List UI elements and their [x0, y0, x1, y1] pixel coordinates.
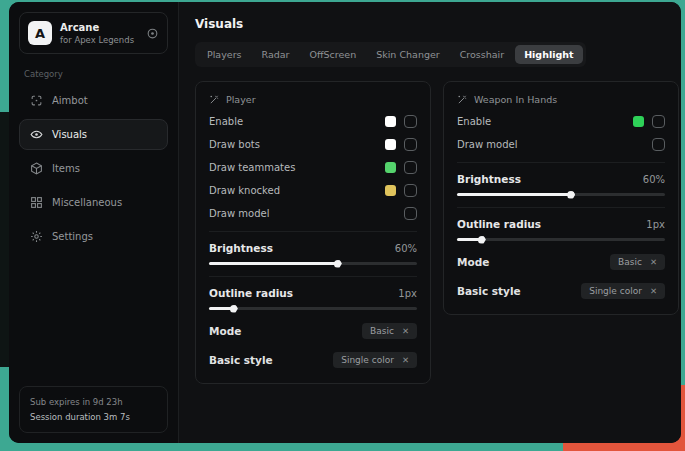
chip-value: Single color: [589, 286, 642, 296]
chip-value: Basic: [618, 257, 642, 267]
toggle-row: Draw model: [209, 207, 417, 220]
checkbox[interactable]: [652, 115, 665, 128]
divider: [209, 276, 417, 277]
category-label: Category: [24, 69, 168, 79]
color-swatch[interactable]: [633, 116, 644, 127]
close-icon[interactable]: ✕: [402, 355, 409, 365]
slider-label: Outline radius: [209, 287, 293, 299]
sidebar: A Arcane for Apex Legends Category Aimbo…: [9, 2, 179, 443]
slider-fill: [209, 262, 338, 265]
toggle-label: Draw model: [209, 208, 269, 219]
checkbox[interactable]: [652, 138, 665, 151]
app-header-card: A Arcane for Apex Legends: [19, 12, 168, 54]
sidebar-item-label: Aimbot: [52, 95, 88, 106]
wand-icon: [209, 94, 220, 105]
gear-icon: [30, 230, 43, 243]
slider-row: Brightness60%: [209, 242, 417, 265]
checkbox[interactable]: [404, 138, 417, 151]
toggle-controls: [652, 138, 665, 151]
panel-weapon-in-hands: Weapon In HandsEnableDraw modelBrightnes…: [443, 81, 679, 315]
checkbox[interactable]: [404, 184, 417, 197]
sidebar-item-aimbot[interactable]: Aimbot: [19, 85, 168, 116]
sidebar-item-visuals[interactable]: Visuals: [19, 119, 168, 150]
toggle-row: Draw model: [457, 138, 665, 151]
slider-fill: [457, 193, 571, 196]
sub-expiry-text: Sub expires in 9d 23h: [30, 395, 157, 409]
tab-highlight[interactable]: Highlight: [515, 45, 582, 64]
page-title: Visuals: [195, 17, 679, 31]
tab-crosshair[interactable]: Crosshair: [451, 45, 513, 64]
divider: [457, 162, 665, 163]
panel-header: Weapon In Hands: [457, 94, 665, 105]
slider-track[interactable]: [457, 193, 665, 196]
tab-offscreen[interactable]: OffScreen: [301, 45, 366, 64]
wand-icon: [457, 94, 468, 105]
eye-icon: [30, 128, 43, 141]
slider-track[interactable]: [457, 238, 665, 241]
toggle-row: Draw teammates: [209, 161, 417, 174]
checkbox[interactable]: [404, 207, 417, 220]
color-swatch[interactable]: [385, 116, 396, 127]
close-icon[interactable]: ✕: [650, 257, 657, 267]
slider-thumb[interactable]: [334, 260, 342, 268]
app-meta: Arcane for Apex Legends: [60, 22, 134, 45]
sidebar-item-miscellaneous[interactable]: Miscellaneous: [19, 187, 168, 218]
color-swatch[interactable]: [385, 162, 396, 173]
panels-row: PlayerEnableDraw botsDraw teammatesDraw …: [195, 81, 679, 384]
toggle-label: Enable: [209, 116, 243, 127]
crosshair-icon: [30, 94, 43, 107]
slider-value: 60%: [395, 243, 417, 254]
sidebar-nav: AimbotVisualsItemsMiscellaneousSettings: [19, 85, 168, 252]
checkbox[interactable]: [404, 115, 417, 128]
tab-players[interactable]: Players: [198, 45, 251, 64]
slider-row: Brightness60%: [457, 173, 665, 196]
subscription-info-card: Sub expires in 9d 23h Session duration 3…: [19, 386, 168, 433]
scope-icon[interactable]: [146, 27, 159, 40]
toggle-row: Enable: [209, 115, 417, 128]
toggle-label: Draw model: [457, 139, 517, 150]
slider-label: Brightness: [457, 173, 521, 185]
select-label: Basic style: [457, 285, 521, 297]
app-window: A Arcane for Apex Legends Category Aimbo…: [9, 2, 681, 443]
sidebar-item-items[interactable]: Items: [19, 153, 168, 184]
toggle-label: Draw bots: [209, 139, 260, 150]
toggle-controls: [633, 115, 665, 128]
tab-skin-changer[interactable]: Skin Changer: [367, 45, 449, 64]
main-content: Visuals PlayersRadarOffScreenSkin Change…: [179, 2, 681, 443]
toggle-label: Draw knocked: [209, 185, 280, 196]
slider-track[interactable]: [209, 262, 417, 265]
toggle-label: Draw teammates: [209, 162, 295, 173]
color-swatch[interactable]: [385, 139, 396, 150]
checkbox[interactable]: [404, 161, 417, 174]
select-chip[interactable]: Single color✕: [581, 283, 665, 299]
close-icon[interactable]: ✕: [650, 286, 657, 296]
chip-value: Single color: [341, 355, 394, 365]
select-row: ModeBasic✕: [457, 254, 665, 270]
slider-row: Outline radius1px: [457, 218, 665, 241]
slider-track[interactable]: [209, 307, 417, 310]
select-chip[interactable]: Single color✕: [333, 352, 417, 368]
slider-value: 1px: [398, 288, 417, 299]
select-chip[interactable]: Basic✕: [362, 323, 417, 339]
panel-title: Weapon In Hands: [474, 94, 557, 105]
select-label: Mode: [457, 256, 489, 268]
slider-thumb[interactable]: [567, 191, 575, 199]
toggle-row: Draw knocked: [209, 184, 417, 197]
tab-bar: PlayersRadarOffScreenSkin ChangerCrossha…: [195, 42, 586, 67]
slider-thumb[interactable]: [230, 305, 238, 313]
slider-thumb[interactable]: [478, 236, 486, 244]
select-chip[interactable]: Basic✕: [610, 254, 665, 270]
sidebar-item-label: Miscellaneous: [52, 197, 122, 208]
sidebar-item-settings[interactable]: Settings: [19, 221, 168, 252]
sidebar-item-label: Items: [52, 163, 80, 174]
tab-radar[interactable]: Radar: [253, 45, 299, 64]
color-swatch[interactable]: [385, 185, 396, 196]
toggle-label: Enable: [457, 116, 491, 127]
close-icon[interactable]: ✕: [402, 326, 409, 336]
panel-player: PlayerEnableDraw botsDraw teammatesDraw …: [195, 81, 431, 384]
grid-icon: [30, 196, 43, 209]
slider-row: Outline radius1px: [209, 287, 417, 310]
sidebar-item-label: Visuals: [52, 129, 87, 140]
select-label: Mode: [209, 325, 241, 337]
toggle-controls: [385, 184, 417, 197]
